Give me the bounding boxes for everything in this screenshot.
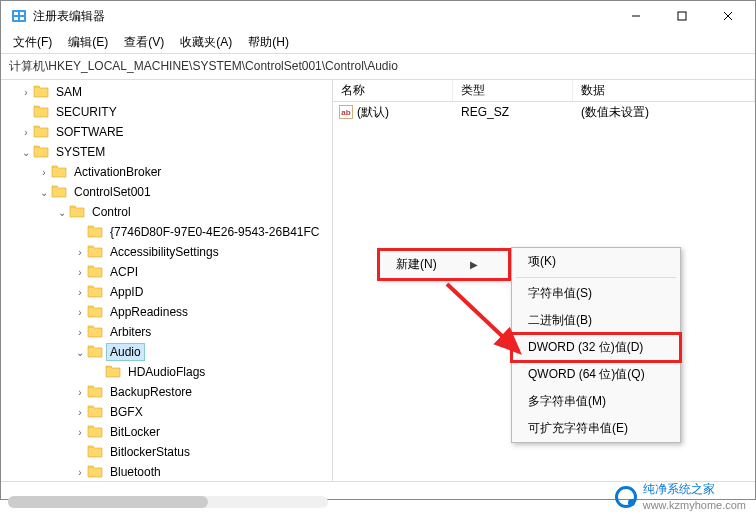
chevron-right-icon[interactable]: › [37,167,51,178]
tree-item-security[interactable]: SECURITY [1,102,332,122]
submenu-binary[interactable]: 二进制值(B) [512,307,680,334]
tree-item-audio[interactable]: ⌄Audio [1,342,332,362]
header-data[interactable]: 数据 [573,80,755,101]
tree-item-label: AppID [107,284,146,300]
chevron-right-icon[interactable]: › [73,427,87,438]
horizontal-scrollbar[interactable] [8,496,328,508]
tree-item-label: AppReadiness [107,304,191,320]
folder-icon [87,244,107,261]
folder-icon [87,304,107,321]
close-button[interactable] [705,1,751,31]
svg-rect-6 [678,12,686,20]
submenu-expandstring[interactable]: 可扩充字符串值(E) [512,415,680,442]
tree-item-label: {7746D80F-97E0-4E26-9543-26B41FC [107,224,322,240]
menu-edit[interactable]: 编辑(E) [60,32,116,53]
string-value-icon: ab [339,105,353,119]
folder-icon [51,184,71,201]
tree-item-appid[interactable]: ›AppID [1,282,332,302]
watermark-url: www.kzmyhome.com [643,499,746,511]
tree-item-label: ActivationBroker [71,164,164,180]
titlebar: 注册表编辑器 [1,1,755,31]
submenu-arrow-icon: ▶ [470,259,478,270]
tree-item-label: SOFTWARE [53,124,127,140]
context-menu-new[interactable]: 新建(N) ▶ [380,251,508,278]
content-area: ›SAMSECURITY›SOFTWARE⌄SYSTEM›ActivationB… [1,80,755,481]
submenu-multistring[interactable]: 多字符串值(M) [512,388,680,415]
tree-item-label: Control [89,204,134,220]
menu-file[interactable]: 文件(F) [5,32,60,53]
chevron-right-icon[interactable]: › [73,407,87,418]
chevron-right-icon[interactable]: › [73,247,87,258]
chevron-right-icon[interactable]: › [19,127,33,138]
tree-item-system[interactable]: ⌄SYSTEM [1,142,332,162]
submenu-key[interactable]: 项(K) [512,248,680,275]
tree-item-label: HDAudioFlags [125,364,208,380]
svg-rect-0 [12,10,26,22]
header-type[interactable]: 类型 [453,80,573,101]
chevron-right-icon[interactable]: › [73,327,87,338]
folder-icon [69,204,89,221]
chevron-down-icon[interactable]: ⌄ [55,207,69,218]
maximize-button[interactable] [659,1,705,31]
minimize-button[interactable] [613,1,659,31]
tree-item-software[interactable]: ›SOFTWARE [1,122,332,142]
chevron-down-icon[interactable]: ⌄ [37,187,51,198]
folder-icon [33,104,53,121]
tree-item-bitlockerstatus[interactable]: BitlockerStatus [1,442,332,462]
folder-icon [87,324,107,341]
chevron-right-icon[interactable]: › [19,87,33,98]
svg-rect-1 [14,12,18,15]
tree-item-sam[interactable]: ›SAM [1,82,332,102]
folder-icon [87,264,107,281]
tree-item-label: SECURITY [53,104,120,120]
context-submenu-new: 项(K) 字符串值(S) 二进制值(B) DWORD (32 位)值(D) QW… [511,247,681,443]
submenu-string[interactable]: 字符串值(S) [512,280,680,307]
folder-icon [87,224,107,241]
app-icon [11,8,27,24]
tree-item-arbiters[interactable]: ›Arbiters [1,322,332,342]
tree-item-label: ControlSet001 [71,184,154,200]
tree-item-activationbroker[interactable]: ›ActivationBroker [1,162,332,182]
svg-rect-4 [20,17,24,20]
tree-item-label: BitLocker [107,424,163,440]
list-body[interactable]: ab(默认)REG_SZ(数值未设置) 新建(N) ▶ 项(K) 字符串值(S)… [333,102,755,481]
registry-editor-window: 注册表编辑器 文件(F) 编辑(E) 查看(V) 收藏夹(A) 帮助(H) 计算… [0,0,756,500]
tree-item-backuprestore[interactable]: ›BackupRestore [1,382,332,402]
tree-pane[interactable]: ›SAMSECURITY›SOFTWARE⌄SYSTEM›ActivationB… [1,80,333,481]
folder-icon [87,424,107,441]
tree-item-controlset001[interactable]: ⌄ControlSet001 [1,182,332,202]
tree-item-acpi[interactable]: ›ACPI [1,262,332,282]
chevron-right-icon[interactable]: › [73,307,87,318]
tree-item-bgfx[interactable]: ›BGFX [1,402,332,422]
tree-item-control[interactable]: ⌄Control [1,202,332,222]
tree-item-bluetooth[interactable]: ›Bluetooth [1,462,332,481]
tree-item-bitlocker[interactable]: ›BitLocker [1,422,332,442]
tree-item-label: Bluetooth [107,464,164,480]
svg-rect-3 [14,17,18,20]
tree-item--7746d80f-97e0-4e26-9543-26b41fc[interactable]: {7746D80F-97E0-4E26-9543-26B41FC [1,222,332,242]
tree-item-hdaudioflags[interactable]: HDAudioFlags [1,362,332,382]
chevron-down-icon[interactable]: ⌄ [73,347,87,358]
header-name[interactable]: 名称 [333,80,453,101]
submenu-qword[interactable]: QWORD (64 位)值(Q) [512,361,680,388]
menu-view[interactable]: 查看(V) [116,32,172,53]
tree-item-label: Audio [107,344,144,360]
tree-item-accessibilitysettings[interactable]: ›AccessibilitySettings [1,242,332,262]
chevron-right-icon[interactable]: › [73,267,87,278]
chevron-right-icon[interactable]: › [73,387,87,398]
scrollbar-thumb[interactable] [8,496,208,508]
menu-separator [516,277,676,278]
value-name: (默认) [357,104,389,121]
chevron-right-icon[interactable]: › [73,287,87,298]
menu-favorites[interactable]: 收藏夹(A) [172,32,240,53]
menu-help[interactable]: 帮助(H) [240,32,297,53]
list-row[interactable]: ab(默认)REG_SZ(数值未设置) [333,102,755,122]
chevron-down-icon[interactable]: ⌄ [19,147,33,158]
address-bar[interactable]: 计算机\HKEY_LOCAL_MACHINE\SYSTEM\ControlSet… [1,53,755,80]
submenu-dword[interactable]: DWORD (32 位)值(D) [512,334,680,361]
context-menu-new-label: 新建(N) [396,256,437,273]
chevron-right-icon[interactable]: › [73,467,87,478]
folder-icon [105,364,125,381]
tree-item-appreadiness[interactable]: ›AppReadiness [1,302,332,322]
tree-item-label: ACPI [107,264,141,280]
